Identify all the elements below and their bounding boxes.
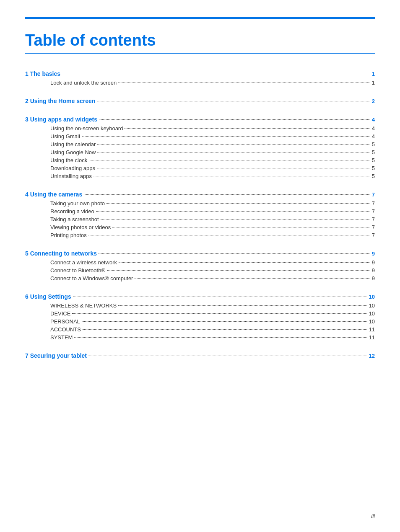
toc-sub-label-ch3-0: Using the on-screen keyboard [50,125,123,132]
toc-chapter-label-ch2: 2 Using the Home screen [25,98,95,104]
toc-chapter-page-ch4: 7 [372,191,375,198]
toc-sub-ch6-3[interactable]: ACCOUNTS11 [25,326,375,333]
toc-sub-page-ch4-3: 7 [372,224,375,230]
toc-sub-dots [97,168,370,168]
toc-sub-ch5-2[interactable]: Connect to a Windows® computer9 [25,275,375,281]
toc-chapter-ch7[interactable]: 7 Securing your tablet12 [25,352,375,359]
toc-sub-dots [89,160,370,160]
toc-sub-dots [118,83,370,83]
toc-sub-label-ch4-1: Recording a video [50,208,94,214]
toc-sub-label-ch6-1: DEVICE [50,310,70,317]
toc-section-ch6: 6 Using Settings10WIRELESS & NETWORKS10D… [25,293,375,341]
toc-dots [62,74,370,74]
toc-sub-label-ch6-0: WIRELESS & NETWORKS [50,302,117,309]
toc-sub-dots [94,176,370,176]
toc-sub-dots [97,152,370,152]
toc-sub-dots [74,337,367,338]
toc-sub-ch4-2[interactable]: Taking a screenshot7 [25,216,375,222]
toc-sub-page-ch3-2: 5 [372,141,375,147]
toc-sub-label-ch6-3: ACCOUNTS [50,326,81,333]
toc-sub-ch6-2[interactable]: PERSONAL10 [25,318,375,325]
toc-section-ch3: 3 Using apps and widgets4Using the on-sc… [25,116,375,179]
toc-sub-ch6-1[interactable]: DEVICE10 [25,310,375,317]
toc-sub-dots [106,203,370,204]
toc-sub-page-ch3-5: 5 [372,165,375,171]
toc-container: 1 The basics1Lock and unlock the screen1… [25,70,375,359]
toc-sub-page-ch5-1: 9 [372,267,375,274]
toc-sub-page-ch5-2: 9 [372,275,375,281]
toc-chapter-ch2[interactable]: 2 Using the Home screen2 [25,98,375,104]
toc-sub-ch3-5[interactable]: Downloading apps5 [25,165,375,171]
toc-sub-dots [88,235,370,235]
toc-sub-page-ch4-1: 7 [372,208,375,214]
toc-sub-ch5-1[interactable]: Connect to Bluetooth®9 [25,267,375,274]
toc-dots [73,297,367,297]
toc-sub-page-ch1-0: 1 [372,80,375,86]
toc-sub-label-ch3-2: Using the calendar [50,141,96,147]
toc-sub-label-ch6-4: SYSTEM [50,334,73,341]
toc-sub-page-ch5-0: 9 [372,259,375,266]
page-title: Table of contents [25,31,375,54]
toc-dots [88,356,367,356]
toc-sub-label-ch6-2: PERSONAL [50,318,80,325]
toc-sub-page-ch4-4: 7 [372,232,375,238]
toc-chapter-page-ch2: 2 [372,98,375,104]
toc-dots [99,119,370,120]
toc-dots [97,101,370,101]
toc-sub-ch4-3[interactable]: Viewing photos or videos7 [25,224,375,230]
toc-sub-ch3-2[interactable]: Using the calendar5 [25,141,375,147]
toc-sub-page-ch6-2: 10 [369,318,375,325]
toc-sub-label-ch4-0: Taking your own photo [50,200,105,207]
top-bar [25,17,375,19]
toc-chapter-label-ch4: 4 Using the cameras [25,191,82,198]
toc-sub-dots [72,313,367,314]
toc-sub-label-ch3-6: Uninstalling apps [50,173,92,179]
toc-chapter-ch1[interactable]: 1 The basics1 [25,70,375,77]
toc-sub-ch4-4[interactable]: Printing photos7 [25,232,375,238]
toc-sub-page-ch3-3: 5 [372,149,375,155]
footer-page-number: iii [371,513,375,519]
toc-chapter-label-ch7: 7 Securing your tablet [25,352,87,359]
toc-sub-ch6-0[interactable]: WIRELESS & NETWORKS10 [25,302,375,309]
toc-section-ch5: 5 Connecting to networks9Connect a wirel… [25,250,375,281]
toc-sub-label-ch4-2: Taking a screenshot [50,216,99,222]
toc-sub-dots [135,278,370,279]
toc-chapter-ch3[interactable]: 3 Using apps and widgets4 [25,116,375,123]
toc-chapter-label-ch5: 5 Connecting to networks [25,250,97,257]
toc-sub-ch3-0[interactable]: Using the on-screen keyboard4 [25,125,375,132]
toc-sub-label-ch4-3: Viewing photos or videos [50,224,111,230]
toc-chapter-ch4[interactable]: 4 Using the cameras7 [25,191,375,198]
toc-sub-label-ch1-0: Lock and unlock the screen [50,80,117,86]
toc-sub-label-ch3-4: Using the clock [50,157,87,163]
toc-sub-ch3-1[interactable]: Using Gmail4 [25,133,375,139]
toc-sub-ch1-0[interactable]: Lock and unlock the screen1 [25,80,375,86]
toc-section-ch1: 1 The basics1Lock and unlock the screen1 [25,70,375,86]
toc-sub-dots [96,211,370,212]
toc-sub-ch6-4[interactable]: SYSTEM11 [25,334,375,341]
toc-sub-page-ch6-4: 11 [369,334,375,341]
toc-sub-ch3-6[interactable]: Uninstalling apps5 [25,173,375,179]
toc-sub-page-ch3-0: 4 [372,125,375,132]
toc-sub-label-ch3-3: Using Google Now [50,149,96,155]
toc-sub-page-ch4-0: 7 [372,200,375,207]
toc-sub-dots [82,136,370,137]
toc-sub-dots [119,262,370,263]
toc-chapter-ch5[interactable]: 5 Connecting to networks9 [25,250,375,257]
toc-sub-page-ch6-3: 11 [369,326,375,333]
toc-sub-ch4-1[interactable]: Recording a video7 [25,208,375,214]
toc-sub-page-ch6-0: 10 [369,302,375,309]
toc-sub-dots [107,270,370,271]
toc-chapter-page-ch7: 12 [369,353,375,359]
toc-sub-ch4-0[interactable]: Taking your own photo7 [25,200,375,207]
toc-sub-page-ch3-6: 5 [372,173,375,179]
toc-sub-ch3-4[interactable]: Using the clock5 [25,157,375,163]
toc-sub-ch5-0[interactable]: Connect a wireless network9 [25,259,375,266]
toc-chapter-page-ch6: 10 [369,294,375,300]
toc-chapter-page-ch5: 9 [372,251,375,257]
toc-sub-ch3-3[interactable]: Using Google Now5 [25,149,375,155]
toc-section-ch2: 2 Using the Home screen2 [25,98,375,104]
toc-sub-dots [83,329,367,330]
toc-sub-label-ch3-1: Using Gmail [50,133,80,139]
toc-section-ch7: 7 Securing your tablet12 [25,352,375,359]
toc-chapter-ch6[interactable]: 6 Using Settings10 [25,293,375,300]
